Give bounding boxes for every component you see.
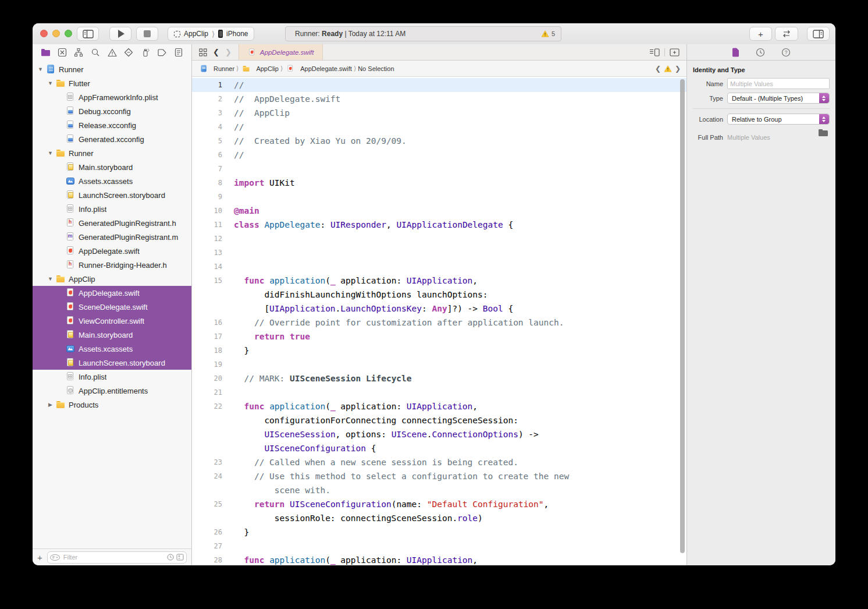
project-navigator-icon[interactable]	[40, 47, 51, 58]
code-line[interactable]: [UIApplication.LaunchOptionsKey: Any]?) …	[192, 302, 686, 316]
tree-item-debug-xcconfig[interactable]: Debug.xcconfig	[33, 104, 191, 118]
tree-item-main-storyboard[interactable]: Main.storyboard	[33, 160, 191, 174]
stop-button[interactable]	[136, 27, 158, 41]
type-dropdown[interactable]: Default - (Multiple Types)	[727, 93, 830, 104]
tree-item-viewcontroller-swift[interactable]: ViewController.swift	[33, 314, 191, 328]
tree-item-assets-xcassets[interactable]: Assets.xcassets	[33, 342, 191, 356]
code-line[interactable]: 16 // Override point for customization a…	[192, 316, 686, 330]
code-line[interactable]: 22 func application(_ application: UIApp…	[192, 399, 686, 413]
code-line[interactable]: 18 }	[192, 344, 686, 357]
code-line[interactable]: 4//	[192, 120, 686, 134]
code-line[interactable]: 11class AppDelegate: UIResponder, UIAppl…	[192, 218, 686, 232]
issue-navigator-icon[interactable]	[107, 47, 118, 58]
disclosure-open-icon[interactable]: ▼	[36, 66, 45, 72]
close-button[interactable]	[40, 30, 48, 37]
tree-item-products[interactable]: ▶Products	[33, 398, 191, 412]
tree-item-appdelegate-swift[interactable]: AppDelegate.swift	[33, 244, 191, 258]
add-editor-icon[interactable]	[670, 48, 680, 56]
tree-item-main-storyboard[interactable]: Main.storyboard	[33, 328, 191, 342]
code-line[interactable]: 12	[192, 232, 686, 246]
add-button[interactable]: +	[749, 27, 772, 41]
code-review-button[interactable]	[775, 27, 798, 41]
code-line[interactable]: sessionRole: connectingSceneSession.role…	[192, 511, 686, 525]
filter-menu-icon[interactable]	[50, 554, 60, 561]
code-line[interactable]: 26 }	[192, 525, 686, 539]
quick-help-inspector-icon[interactable]: ?	[781, 48, 791, 57]
code-line[interactable]: 1//	[192, 78, 686, 92]
name-field[interactable]	[727, 78, 830, 89]
code-line[interactable]: 20 // MARK: UISceneSession Lifecycle	[192, 371, 686, 385]
code-line[interactable]: 2// AppDelegate.swift	[192, 92, 686, 106]
add-file-button[interactable]: +	[37, 553, 42, 562]
code-line[interactable]: 23 // Called when a new scene session is…	[192, 455, 686, 469]
toggle-inspector-button[interactable]	[807, 27, 830, 41]
tree-item-flutter[interactable]: ▼Flutter	[33, 76, 191, 90]
tree-item-assets-xcassets[interactable]: Assets.xcassets	[33, 174, 191, 188]
code-line[interactable]: 19	[192, 357, 686, 371]
issue-warning-icon[interactable]	[664, 65, 672, 72]
tree-item-scenedelegate-swift[interactable]: SceneDelegate.swift	[33, 300, 191, 314]
tree-item-generated-xcconfig[interactable]: Generated.xcconfig	[33, 132, 191, 146]
tree-item-appclip[interactable]: ▼AppClip	[33, 272, 191, 286]
tree-item-info-plist[interactable]: Info.plist	[33, 370, 191, 384]
symbol-navigator-icon[interactable]	[73, 47, 84, 58]
tree-item-launchscreen-storyboard[interactable]: LaunchScreen.storyboard	[33, 188, 191, 202]
breakpoint-navigator-icon[interactable]	[156, 47, 167, 58]
recent-files-clock-icon[interactable]	[167, 554, 174, 561]
disclosure-open-icon[interactable]: ▼	[46, 150, 55, 156]
code-line[interactable]: 7	[192, 162, 686, 176]
tree-item-generatedpluginregistrant-m[interactable]: GeneratedPluginRegistrant.m	[33, 230, 191, 244]
filter-field[interactable]	[47, 551, 187, 564]
location-dropdown[interactable]: Relative to Group	[727, 114, 830, 125]
editor-options-icon[interactable]	[649, 48, 660, 56]
debug-navigator-icon[interactable]	[140, 47, 151, 58]
tree-item-appdelegate-swift[interactable]: AppDelegate.swift	[33, 286, 191, 300]
code-line[interactable]: 24 // Use this method to select a config…	[192, 469, 686, 483]
source-editor[interactable]: 1//2// AppDelegate.swift3// AppClip4//5/…	[192, 77, 686, 565]
code-line[interactable]: 3// AppClip	[192, 106, 686, 120]
code-line[interactable]: 14	[192, 260, 686, 274]
editor-scrollbar[interactable]	[680, 79, 685, 553]
tree-item-release-xcconfig[interactable]: Release.xcconfig	[33, 118, 191, 132]
previous-issue-button[interactable]: ❮	[655, 65, 661, 73]
choose-location-folder-icon[interactable]	[819, 129, 828, 137]
code-line[interactable]: 25 return UISceneConfiguration(name: "De…	[192, 497, 686, 511]
code-line[interactable]: 13	[192, 246, 686, 260]
go-forward-button[interactable]: ❯	[225, 48, 232, 56]
code-line[interactable]: 15 func application(_ application: UIApp…	[192, 274, 686, 288]
filter-input[interactable]	[62, 553, 165, 561]
code-line[interactable]: 5// Created by Xiao Yu on 20/9/09.	[192, 134, 686, 148]
code-line[interactable]: 28 func application(_ application: UIApp…	[192, 553, 686, 565]
code-line[interactable]: didFinishLaunchingWithOptions launchOpti…	[192, 288, 686, 302]
go-back-button[interactable]: ❮	[213, 48, 219, 56]
code-line[interactable]: UISceneConfiguration {	[192, 441, 686, 455]
tab-appdelegate-swift[interactable]: AppDelegate.swift	[239, 44, 323, 60]
breadcrumb-item[interactable]: No Selection	[358, 65, 394, 72]
disclosure-closed-icon[interactable]: ▶	[46, 402, 55, 408]
source-control-filter-icon[interactable]	[176, 554, 184, 561]
tree-item-appframeworkinfo-plist[interactable]: AppFrameworkInfo.plist	[33, 90, 191, 104]
minimize-button[interactable]	[52, 30, 60, 37]
code-line[interactable]: UISceneSession, options: UIScene.Connect…	[192, 427, 686, 441]
file-inspector-icon[interactable]	[732, 48, 739, 57]
disclosure-open-icon[interactable]: ▼	[46, 276, 55, 282]
tree-item-generatedpluginregistrant-h[interactable]: GeneratedPluginRegistrant.h	[33, 216, 191, 230]
report-navigator-icon[interactable]	[173, 47, 184, 58]
test-navigator-icon[interactable]	[123, 47, 134, 58]
tree-item-launchscreen-storyboard[interactable]: LaunchScreen.storyboard	[33, 356, 191, 370]
scheme-selector[interactable]: AppClip ⟩ iPhone	[168, 27, 254, 41]
code-line[interactable]: 9	[192, 190, 686, 204]
next-issue-button[interactable]: ❯	[675, 65, 681, 73]
find-navigator-icon[interactable]	[90, 47, 101, 58]
disclosure-open-icon[interactable]: ▼	[46, 80, 55, 86]
zoom-button[interactable]	[65, 30, 72, 37]
code-line[interactable]: 21	[192, 385, 686, 399]
source-control-navigator-icon[interactable]	[57, 47, 67, 58]
tree-item-runner[interactable]: ▼Runner	[33, 62, 191, 76]
breadcrumb-item[interactable]: AppClip	[240, 64, 279, 73]
code-line[interactable]: 8import UIKit	[192, 176, 686, 190]
code-line[interactable]: configurationForConnecting connectingSce…	[192, 413, 686, 427]
related-items-icon[interactable]	[199, 48, 207, 56]
code-line[interactable]: 27	[192, 539, 686, 553]
tree-item-runner-bridging-header-h[interactable]: Runner-Bridging-Header.h	[33, 258, 191, 272]
